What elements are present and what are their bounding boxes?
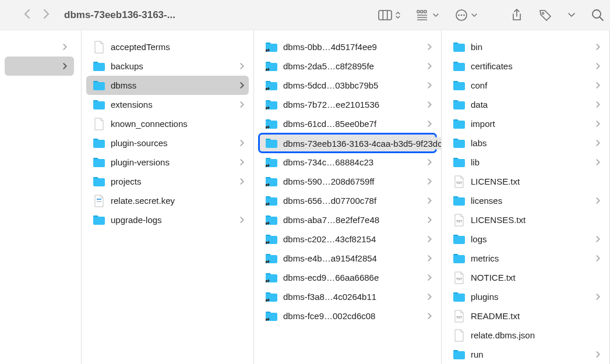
file-item-projects[interactable]: projects xyxy=(86,172,249,191)
file-label: labs xyxy=(471,138,594,148)
folder-icon xyxy=(92,156,106,169)
file-icon xyxy=(452,328,466,342)
file-label: dbms-590…208d6759ff xyxy=(283,176,425,186)
list-item[interactable] xyxy=(5,56,74,76)
file-item-backups[interactable]: backups xyxy=(86,56,249,76)
file-label: LICENSE.txt xyxy=(471,176,600,186)
file-item-relate-dbms-json[interactable]: relate.dbms.json xyxy=(446,326,605,345)
chevron-right-icon xyxy=(596,82,600,89)
file-label: bin xyxy=(471,42,594,52)
file-icon xyxy=(92,40,106,54)
chevron-right-icon xyxy=(240,63,244,69)
file-item-licenses[interactable]: licenses xyxy=(446,191,605,210)
file-item-dbms-f3a8-4c0264b11[interactable]: dbms-f3a8…4c0264b11 xyxy=(259,287,436,306)
file-item-dbmss[interactable]: dbmss xyxy=(86,76,249,95)
file-item-plugin-versions[interactable]: plugin-versions xyxy=(86,153,249,172)
share-button[interactable] xyxy=(511,9,523,22)
file-item-licenses-txt[interactable]: LICENSES.txt xyxy=(446,210,605,229)
file-item-bin[interactable]: bin xyxy=(446,37,605,56)
file-item-upgrade-logs[interactable]: upgrade-logs xyxy=(86,210,249,229)
file-item-dbms-2da5-c8f2895fe[interactable]: dbms-2da5…c8f2895fe xyxy=(259,56,436,76)
column-2: dbms-0bb…4d517f4ee9dbms-2da5…c8f2895fedb… xyxy=(254,30,442,364)
svg-point-10 xyxy=(458,14,460,16)
file-item-logs[interactable]: logs xyxy=(446,229,605,249)
chevron-right-icon xyxy=(428,178,432,185)
folder-icon xyxy=(452,156,466,169)
folder-icon xyxy=(452,136,466,150)
file-item-license-txt[interactable]: LICENSE.txt xyxy=(446,172,605,191)
chevron-right-icon xyxy=(596,101,600,108)
folder-alias-icon xyxy=(265,290,278,304)
file-item-dbms-0bb-4d517f4ee9[interactable]: dbms-0bb…4d517f4ee9 xyxy=(259,37,436,56)
view-columns-button[interactable] xyxy=(378,10,400,20)
file-label: known_connections xyxy=(111,119,244,129)
file-label: dbms-656…d07700c78f xyxy=(283,196,425,206)
file-item-acceptedterms[interactable]: acceptedTerms xyxy=(86,37,249,56)
svg-point-11 xyxy=(461,14,463,16)
chevron-right-icon xyxy=(596,140,600,146)
file-item-certificates[interactable]: certificates xyxy=(446,56,605,76)
file-label: metrics xyxy=(471,253,594,263)
file-item-conf[interactable]: conf xyxy=(446,76,605,95)
txt-icon xyxy=(452,271,466,285)
file-item-dbms-5dcd-03bbc79b5[interactable]: dbms-5dcd…03bbc79b5 xyxy=(259,76,436,95)
file-item-dbms-656-d07700c78f[interactable]: dbms-656…d07700c78f xyxy=(259,191,436,210)
file-label: relate.secret.key xyxy=(111,196,244,206)
chevron-right-icon xyxy=(596,63,600,69)
list-item[interactable] xyxy=(5,37,74,56)
file-label: dbms-734c…68884c23 xyxy=(283,157,425,167)
chevron-right-icon xyxy=(596,294,600,300)
file-item-dbms-734c-68884c23[interactable]: dbms-734c…68884c23 xyxy=(259,153,436,172)
file-label: extensions xyxy=(111,100,238,109)
file-label: projects xyxy=(111,176,238,186)
folder-icon xyxy=(452,348,466,362)
file-item-lib[interactable]: lib xyxy=(446,153,605,172)
file-label: dbms-0bb…4d517f4ee9 xyxy=(283,42,425,52)
txt-icon xyxy=(452,309,466,323)
file-item-dbms-7b72-ee2101536[interactable]: dbms-7b72…ee2101536 xyxy=(259,95,436,114)
file-item-run[interactable]: run xyxy=(446,345,605,364)
file-item-dbms-73eeb136-3163-4caa-b3d5-9f23dc72c812[interactable]: dbms-73eeb136-3163-4caa-b3d5-9f23dc72c81… xyxy=(259,133,436,153)
file-item-dbms-fce9-002cd6c08[interactable]: dbms-fce9…002cd6c08 xyxy=(259,306,436,326)
file-item-import[interactable]: import xyxy=(446,114,605,133)
chevron-right-icon xyxy=(428,255,432,261)
file-item-dbms-ecd9-66aa6686e[interactable]: dbms-ecd9…66aa6686e xyxy=(259,268,436,287)
forward-button[interactable] xyxy=(42,9,50,22)
folder-alias-icon xyxy=(265,271,278,285)
file-label: plugin-sources xyxy=(111,138,238,148)
folder-alias-icon xyxy=(265,156,278,169)
column-3: bincertificatesconfdataimportlabslibLICE… xyxy=(442,30,610,364)
folder-alias-icon xyxy=(265,79,278,93)
file-label: lib xyxy=(471,157,594,167)
file-item-dbms-c202-43cf82154[interactable]: dbms-c202…43cf82154 xyxy=(259,229,436,249)
file-label: dbms-c202…43cf82154 xyxy=(283,234,425,244)
svg-point-13 xyxy=(542,12,544,14)
file-item-readme-txt[interactable]: README.txt xyxy=(446,306,605,326)
file-item-dbms-aba7-8e2fef7e48[interactable]: dbms-aba7…8e2fef7e48 xyxy=(259,210,436,229)
file-item-notice-txt[interactable]: NOTICE.txt xyxy=(446,268,605,287)
file-item-plugin-sources[interactable]: plugin-sources xyxy=(86,133,249,153)
svg-rect-0 xyxy=(379,10,392,20)
action-menu-button[interactable] xyxy=(455,9,477,22)
file-label: conf xyxy=(471,80,594,90)
back-button[interactable] xyxy=(23,9,31,22)
chevron-right-icon xyxy=(240,159,244,165)
file-item-extensions[interactable]: extensions xyxy=(86,95,249,114)
file-item-known-connections[interactable]: known_connections xyxy=(86,114,249,133)
file-item-dbms-61cd-85ee0be7f[interactable]: dbms-61cd…85ee0be7f xyxy=(259,114,436,133)
file-item-relate-secret-key[interactable]: relate.secret.key xyxy=(86,191,249,210)
file-item-dbms-e4b-a9154f2854[interactable]: dbms-e4b…a9154f2854 xyxy=(259,249,436,268)
file-item-plugins[interactable]: plugins xyxy=(446,287,605,306)
dropdown-button[interactable] xyxy=(568,13,575,17)
file-label: dbms-7b72…ee2101536 xyxy=(283,100,425,109)
file-item-data[interactable]: data xyxy=(446,95,605,114)
search-button[interactable] xyxy=(591,9,604,22)
file-item-dbms-590-208d6759ff[interactable]: dbms-590…208d6759ff xyxy=(259,172,436,191)
file-item-metrics[interactable]: metrics xyxy=(446,249,605,268)
file-label: NOTICE.txt xyxy=(471,273,600,282)
file-item-labs[interactable]: labs xyxy=(446,133,605,153)
file-label: acceptedTerms xyxy=(111,42,244,52)
group-by-button[interactable] xyxy=(417,10,439,20)
file-label: dbms-61cd…85ee0be7f xyxy=(283,119,425,129)
tags-button[interactable] xyxy=(539,9,552,22)
